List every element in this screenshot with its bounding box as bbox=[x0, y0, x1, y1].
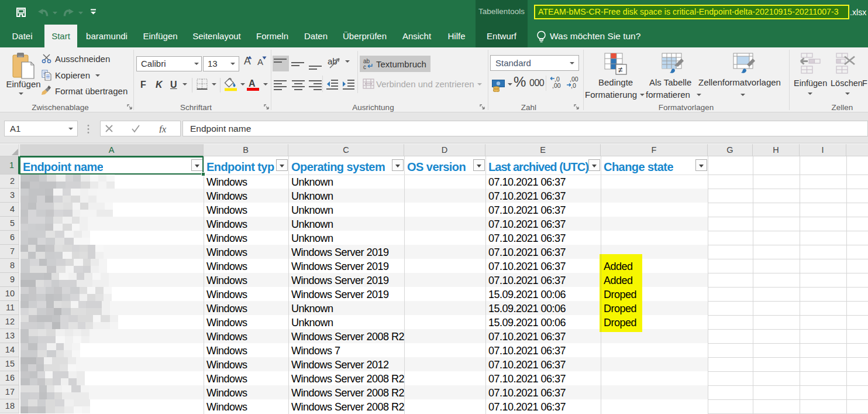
svg-text:,0: ,0 bbox=[571, 82, 576, 89]
svg-text:fx: fx bbox=[159, 125, 167, 133]
svg-text:c: c bbox=[363, 64, 366, 70]
svg-text:,00: ,00 bbox=[552, 82, 561, 89]
svg-text:ab: ab bbox=[328, 56, 337, 66]
svg-text:≠: ≠ bbox=[618, 65, 623, 74]
